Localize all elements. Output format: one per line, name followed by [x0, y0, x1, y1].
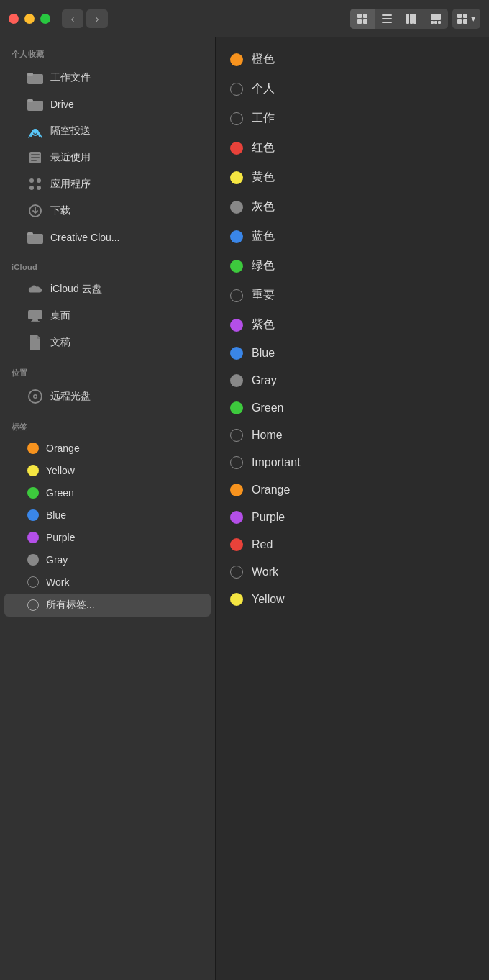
- list-item-personal[interactable]: 个人: [216, 74, 489, 104]
- sidebar-item-label: 最近使用: [50, 151, 91, 164]
- list-item-purple-cn[interactable]: 紫色: [216, 310, 489, 340]
- svg-rect-34: [27, 234, 43, 244]
- recent-icon: [27, 150, 43, 165]
- sidebar-item-work-files[interactable]: 工作文件: [4, 65, 211, 91]
- gray-tag-dot: [27, 554, 39, 566]
- list-item-gray-cn[interactable]: 灰色: [216, 192, 489, 222]
- sidebar-item-creative-cloud[interactable]: Creative Clou...: [4, 224, 211, 250]
- tag-label: 灰色: [252, 199, 275, 214]
- list-item-orange-cn[interactable]: 橙色: [216, 45, 489, 74]
- forward-button[interactable]: ›: [86, 9, 108, 28]
- list-item-orange-en[interactable]: Orange: [216, 476, 489, 504]
- main-content: 个人收藏 工作文件 Drive: [0, 37, 489, 980]
- list-item-work-en[interactable]: Work: [216, 558, 489, 586]
- yellow-tag-dot: [27, 465, 39, 476]
- view-icons-button[interactable]: [350, 9, 375, 29]
- important-en-circle: [230, 456, 243, 469]
- tag-label: 黄色: [252, 170, 275, 185]
- sidebar-item-apps[interactable]: 应用程序: [4, 171, 211, 197]
- sidebar-item-label: 应用程序: [50, 178, 91, 191]
- svg-rect-11: [431, 21, 434, 24]
- tag-label: Important: [252, 456, 301, 469]
- yellow-dot: [230, 171, 243, 184]
- list-item-important-en[interactable]: Important: [216, 449, 489, 476]
- tag-label: 紫色: [252, 317, 275, 332]
- tag-label: Home: [252, 429, 283, 442]
- apps-icon: [27, 176, 43, 192]
- list-item-blue-cn[interactable]: 蓝色: [216, 222, 489, 251]
- list-item-home[interactable]: Home: [216, 422, 489, 449]
- disc-icon: [27, 389, 43, 404]
- purple-cn-dot: [230, 319, 243, 332]
- sidebar-item-icloud-drive[interactable]: iCloud 云盘: [4, 276, 211, 302]
- svg-point-30: [37, 178, 41, 183]
- downloads-icon: [27, 203, 43, 219]
- svg-rect-14: [457, 14, 462, 18]
- tag-label: Red: [252, 538, 273, 551]
- sidebar-item-green[interactable]: Green: [4, 482, 211, 504]
- list-item-important-cn[interactable]: 重要: [216, 281, 489, 310]
- minimize-button[interactable]: [24, 14, 35, 24]
- svg-rect-1: [363, 14, 367, 18]
- svg-rect-20: [27, 73, 33, 76]
- sidebar-item-orange[interactable]: Orange: [4, 437, 211, 459]
- sidebar: 个人收藏 工作文件 Drive: [0, 37, 216, 980]
- list-item-gray-en[interactable]: Gray: [216, 367, 489, 394]
- sidebar-item-yellow[interactable]: Yellow: [4, 460, 211, 481]
- work-en-circle: [230, 566, 243, 579]
- toolbar-right: ▾: [350, 9, 480, 29]
- airdrop-icon: [27, 123, 43, 139]
- sidebar-item-downloads[interactable]: 下载: [4, 198, 211, 224]
- desktop-icon: [27, 308, 43, 324]
- svg-rect-10: [431, 14, 441, 20]
- svg-rect-0: [357, 14, 362, 18]
- svg-rect-16: [457, 19, 462, 24]
- sidebar-item-work[interactable]: Work: [4, 571, 211, 593]
- svg-rect-13: [438, 21, 441, 24]
- sidebar-item-all-tags[interactable]: 所有标签...: [4, 594, 211, 617]
- orange-en-dot: [230, 484, 243, 496]
- svg-rect-15: [463, 14, 467, 18]
- list-item-red-en[interactable]: Red: [216, 531, 489, 558]
- list-item-work-cn[interactable]: 工作: [216, 104, 489, 133]
- sidebar-item-label: Gray: [46, 554, 68, 566]
- blue-en-dot: [230, 347, 243, 360]
- sidebar-item-blue[interactable]: Blue: [4, 504, 211, 526]
- view-gallery-button[interactable]: [424, 9, 448, 29]
- maximize-button[interactable]: [40, 14, 50, 24]
- blue-tag-dot: [27, 509, 39, 521]
- sidebar-item-remote-disc[interactable]: 远程光盘: [4, 384, 211, 409]
- back-button[interactable]: ‹: [62, 9, 83, 28]
- view-list-button[interactable]: [375, 9, 399, 29]
- folder-icon: [27, 96, 43, 112]
- sidebar-item-drive[interactable]: Drive: [4, 91, 211, 117]
- view-switcher: [350, 9, 448, 29]
- list-item-red-cn[interactable]: 红色: [216, 133, 489, 163]
- sidebar-item-desktop[interactable]: 桌面: [4, 303, 211, 329]
- sidebar-item-gray[interactable]: Gray: [4, 549, 211, 571]
- titlebar: ‹ ›: [0, 0, 489, 37]
- close-button[interactable]: [9, 14, 19, 24]
- view-group-button[interactable]: ▾: [452, 9, 480, 29]
- sidebar-item-documents[interactable]: 文稿: [4, 330, 211, 355]
- svg-rect-28: [31, 160, 37, 161]
- list-item-yellow-cn[interactable]: 黄色: [216, 163, 489, 192]
- sidebar-item-label: 所有标签...: [46, 599, 95, 612]
- folder-icon: [27, 230, 43, 245]
- sidebar-item-label: 工作文件: [50, 71, 91, 84]
- favorites-header: 个人收藏: [0, 37, 215, 64]
- sidebar-item-airdrop[interactable]: 隔空投送: [4, 118, 211, 144]
- list-item-blue-en[interactable]: Blue: [216, 340, 489, 367]
- folder-icon: [27, 70, 43, 86]
- sidebar-item-recent[interactable]: 最近使用: [4, 145, 211, 171]
- list-item-yellow-en[interactable]: Yellow: [216, 586, 489, 613]
- chevron-down-icon: ▾: [471, 13, 476, 24]
- list-item-green-cn[interactable]: 绿色: [216, 251, 489, 281]
- home-circle: [230, 429, 243, 442]
- tags-header: 标签: [0, 410, 215, 437]
- list-item-green-en[interactable]: Green: [216, 394, 489, 422]
- list-item-purple-en[interactable]: Purple: [216, 504, 489, 531]
- svg-rect-3: [363, 19, 367, 24]
- sidebar-item-purple[interactable]: Purple: [4, 527, 211, 548]
- view-columns-button[interactable]: [399, 9, 424, 29]
